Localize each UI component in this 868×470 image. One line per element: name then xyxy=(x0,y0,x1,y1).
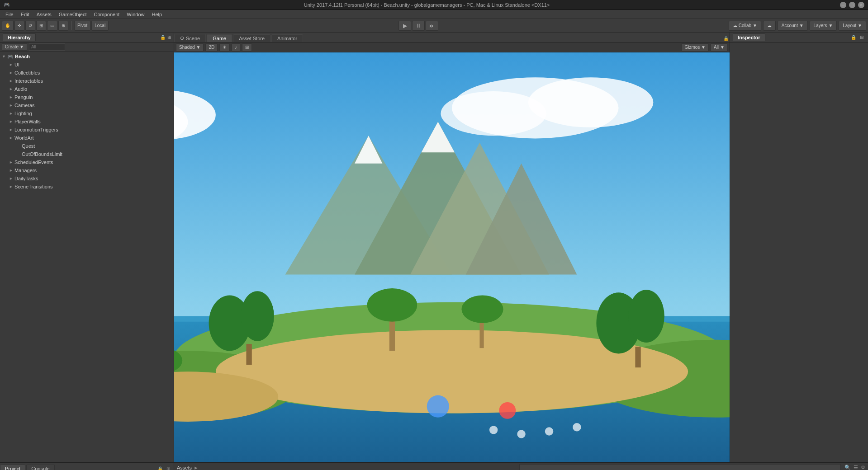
svg-point-27 xyxy=(367,288,417,322)
hierarchy-item-quest[interactable]: Quest xyxy=(0,142,174,150)
pivot-button[interactable]: Pivot xyxy=(74,21,90,31)
project-tabs: Project Console 🔒 ⊞ xyxy=(0,463,174,470)
menu-window[interactable]: Window xyxy=(123,11,148,18)
svg-rect-25 xyxy=(635,347,640,367)
settings-icon[interactable]: ⚙ xyxy=(861,465,865,470)
hierarchy-item-collectibles[interactable]: ► Collectibles xyxy=(0,69,174,77)
layers-button[interactable]: Layers ▼ xyxy=(810,21,837,31)
all-dropdown[interactable]: All ▼ xyxy=(711,43,728,52)
dimension-dropdown[interactable]: 2D xyxy=(205,43,218,52)
collab-button[interactable]: ☁ Collab ▼ xyxy=(729,21,761,31)
cloud-button[interactable]: ☁ xyxy=(763,21,776,31)
hierarchy-item-penguin[interactable]: ► Penguin xyxy=(0,93,174,101)
title-bar: 🎮 Unity 2017.4.12f1 Personal (64bit) - B… xyxy=(0,0,868,10)
minimize-button[interactable]: ─ xyxy=(840,2,846,8)
scene-icon1[interactable]: ☀ xyxy=(219,43,230,52)
project-tab[interactable]: Project xyxy=(0,465,25,470)
toolbar-separator-1 xyxy=(71,21,71,30)
rect-tool-button[interactable]: ▭ xyxy=(47,21,57,31)
menu-gameobject[interactable]: GameObject xyxy=(55,11,90,18)
view-lock-icon[interactable]: 🔒 xyxy=(722,35,730,42)
asset-store-tab[interactable]: Asset Store xyxy=(233,34,270,42)
project-menu-icon[interactable]: ⊞ xyxy=(165,465,172,470)
assets-breadcrumb[interactable]: Assets xyxy=(177,465,192,470)
play-controls: ▶ ⏸ ⏭ xyxy=(398,21,438,31)
scene-icon3[interactable]: ⊞ xyxy=(242,43,252,52)
svg-point-35 xyxy=(517,430,525,438)
hierarchy-create-button[interactable]: Create ▼ xyxy=(2,43,27,51)
hierarchy-lock-icon[interactable]: 🔒 xyxy=(160,35,166,40)
menu-help[interactable]: Help xyxy=(148,11,166,18)
hierarchy-expand-icon[interactable]: ⊞ xyxy=(167,35,171,40)
layout-button[interactable]: Layout ▼ xyxy=(839,21,866,31)
menu-component[interactable]: Component xyxy=(90,11,123,18)
arrow-icon: ▼ xyxy=(2,54,7,59)
hierarchy-item-worldart[interactable]: ► WorldArt xyxy=(0,134,174,142)
move-tool-button[interactable]: ✛ xyxy=(14,21,24,31)
hierarchy-header: Hierarchy 🔒 ⊞ xyxy=(0,33,174,42)
hierarchy-item-lighting[interactable]: ► Lighting xyxy=(0,109,174,118)
shading-dropdown[interactable]: Shaded ▼ xyxy=(176,43,204,52)
view-tabs: ⊙ Scene Game Asset Store Animator 🔒 xyxy=(174,33,730,42)
account-button[interactable]: Account ▼ xyxy=(778,21,808,31)
inspector-header: Inspector 🔒 ⊞ xyxy=(730,33,868,42)
main-toolbar: ✋ ✛ ↺ ⊞ ▭ ⊕ Pivot Local ▶ ⏸ ⏭ ☁ Collab ▼… xyxy=(0,19,868,33)
transform-tool-button[interactable]: ⊕ xyxy=(58,21,68,31)
inspector-menu-icon[interactable]: ⊞ xyxy=(858,34,865,41)
create-dropdown-icon: ▼ xyxy=(19,44,24,49)
hierarchy-item-beach[interactable]: ▼ 🎮 Beach xyxy=(0,52,174,61)
hierarchy-item-ui[interactable]: ► UI xyxy=(0,61,174,69)
scene-icon2[interactable]: ♪ xyxy=(232,43,240,52)
scene-view[interactable]: Y xyxy=(174,52,730,462)
game-tab[interactable]: Game xyxy=(207,34,232,42)
hierarchy-item-audio[interactable]: ► Audio xyxy=(0,85,174,93)
menu-assets[interactable]: Assets xyxy=(33,11,55,18)
play-button[interactable]: ▶ xyxy=(398,21,411,31)
hierarchy-item-scenetransitions[interactable]: ► SceneTransitions xyxy=(0,183,174,191)
search-icon: 🔍 xyxy=(844,465,851,470)
local-button[interactable]: Local xyxy=(91,21,109,31)
hand-tool-button[interactable]: ✋ xyxy=(2,21,14,31)
view-panel-controls: 🔒 xyxy=(722,35,730,42)
hierarchy-item-cameras[interactable]: ► Cameras xyxy=(0,101,174,109)
menu-file[interactable]: File xyxy=(2,11,17,18)
maximize-button[interactable]: □ xyxy=(849,2,855,8)
close-button[interactable]: ✕ xyxy=(858,2,864,8)
svg-point-34 xyxy=(489,426,498,434)
hierarchy-tab[interactable]: Hierarchy xyxy=(3,33,36,41)
svg-point-5 xyxy=(528,77,653,127)
gizmos-dropdown[interactable]: Gizmos ▼ xyxy=(681,43,709,52)
scene-tab[interactable]: ⊙ Scene xyxy=(174,34,206,42)
hierarchy-item-locomotiontriggers[interactable]: ► LocomotionTriggers xyxy=(0,126,174,134)
hierarchy-item-managers[interactable]: ► Managers xyxy=(0,166,174,174)
hierarchy-item-dailytasks[interactable]: ► DailyTasks xyxy=(0,174,174,183)
inspector-controls: 🔒 ⊞ xyxy=(850,34,865,41)
hierarchy-item-scheduledevents[interactable]: ► ScheduledEvents xyxy=(0,158,174,166)
animator-tab[interactable]: Animator xyxy=(271,34,303,42)
menu-edit[interactable]: Edit xyxy=(17,11,33,18)
hierarchy-item-outofboundslimit[interactable]: OutOfBoundsLimit xyxy=(0,150,174,158)
unity-logo: 🎮 xyxy=(4,2,10,8)
inspector-content xyxy=(730,42,868,462)
scale-tool-button[interactable]: ⊞ xyxy=(36,21,46,31)
breadcrumb-arrow: ► xyxy=(194,465,199,470)
window-title: Unity 2017.4.12f1 Personal (64bit) - Bea… xyxy=(14,2,840,8)
assets-panel: Assets ► 🔍 ☰ ⚙ AnimationC... xyxy=(174,463,868,470)
rotate-tool-button[interactable]: ↺ xyxy=(25,21,35,31)
assets-search-input[interactable] xyxy=(519,464,841,470)
project-lock-icon[interactable]: 🔒 xyxy=(157,465,164,470)
inspector-lock-icon[interactable]: 🔒 xyxy=(850,34,857,41)
step-button[interactable]: ⏭ xyxy=(426,21,438,31)
hierarchy-item-playerwalls[interactable]: ► PlayerWalls xyxy=(0,118,174,126)
console-tab[interactable]: Console xyxy=(26,465,54,470)
hierarchy-search-input[interactable] xyxy=(29,43,65,51)
inspector-panel: Inspector 🔒 ⊞ xyxy=(730,33,868,462)
svg-point-29 xyxy=(461,295,503,323)
pause-button[interactable]: ⏸ xyxy=(412,21,425,31)
svg-point-36 xyxy=(545,427,553,435)
inspector-tab[interactable]: Inspector xyxy=(733,33,765,41)
filter-icon[interactable]: ☰ xyxy=(854,465,858,470)
hierarchy-item-interactables[interactable]: ► Interactables xyxy=(0,77,174,85)
svg-point-33 xyxy=(499,402,516,419)
svg-point-24 xyxy=(628,290,664,343)
